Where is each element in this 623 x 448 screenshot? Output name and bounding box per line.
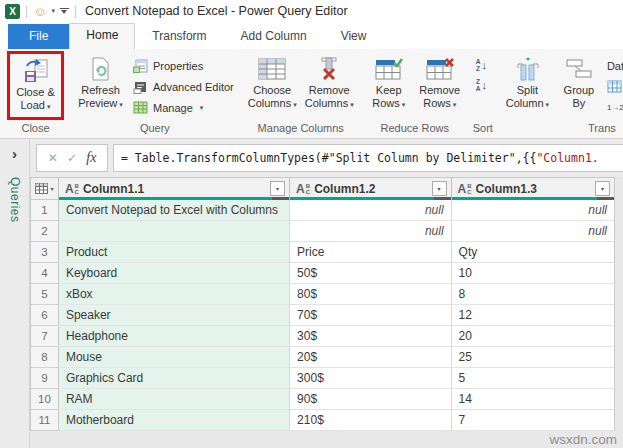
cell[interactable]: 5 (452, 368, 614, 389)
remove-columns-button[interactable]: Remove Columns▾ (301, 52, 358, 111)
text-type-icon: ABC (458, 182, 472, 196)
group-by-button[interactable]: Group By (555, 52, 603, 110)
keep-rows-button[interactable]: Keep Rows▾ (364, 52, 414, 111)
formula-accept-icon[interactable]: ✓ (67, 151, 77, 165)
titlebar-separator: | (74, 4, 77, 18)
formula-cancel-icon[interactable]: ✕ (48, 151, 58, 165)
row-number[interactable]: 1 (31, 200, 59, 221)
row-number[interactable]: 5 (31, 284, 59, 305)
manage-caret-icon: ▾ (200, 104, 204, 112)
column-filter-button[interactable]: ▾ (595, 181, 610, 196)
tab-home[interactable]: Home (69, 23, 135, 49)
replace-values-button[interactable]: 1→2 Re (603, 98, 623, 117)
column-filter-button[interactable]: ▾ (270, 181, 285, 196)
remove-rows-button[interactable]: Remove Rows▾ (414, 52, 466, 111)
cell[interactable]: Convert Notepad to Excel with Columns (59, 200, 290, 221)
refresh-preview-button[interactable]: Refresh Preview▾ (72, 52, 129, 111)
sort-descending-button[interactable]: ZA ↓ (476, 78, 487, 92)
cell[interactable]: Keyboard (59, 263, 290, 284)
table-row: 1 Convert Notepad to Excel with Columns … (31, 200, 614, 221)
advanced-editor-button[interactable]: Advanced Editor (129, 77, 238, 96)
cell[interactable]: 7 (452, 410, 614, 431)
select-all-button[interactable]: ▾ (31, 178, 59, 199)
cell[interactable]: null (290, 221, 451, 242)
remove-rows-label-line2: Rows (423, 97, 451, 109)
table-row: 9 Graphics Card 300$ 5 (31, 368, 614, 389)
remove-rows-label-line1: Remove (419, 84, 460, 97)
table-row: 7 Headphone 30$ 20 (31, 326, 614, 347)
expand-queries-chevron-icon[interactable]: › (12, 147, 17, 161)
manage-label: Manage (153, 102, 193, 114)
advanced-editor-icon (133, 80, 148, 94)
smiley-dropdown-caret-icon[interactable]: ▾ (51, 7, 55, 15)
formula-bar: ✕ ✓ fx = Table.TransformColumnTypes(#"Sp… (30, 139, 623, 177)
cell[interactable]: 90$ (290, 389, 451, 410)
column-header-column1-1[interactable]: ABC Column1.1 ▾ (59, 178, 290, 199)
ribbon-group-transform: Split Column▾ Group By (497, 49, 623, 138)
row-number[interactable]: 3 (31, 242, 59, 263)
cell[interactable]: 20$ (290, 347, 451, 368)
cell[interactable]: Mouse (59, 347, 290, 368)
cell[interactable]: Headphone (59, 326, 290, 347)
row-number[interactable]: 2 (31, 221, 59, 242)
cell[interactable]: 14 (452, 389, 614, 410)
tab-file[interactable]: File (8, 24, 69, 49)
row-number[interactable]: 7 (31, 326, 59, 347)
cell[interactable]: 10 (452, 263, 614, 284)
manage-button[interactable]: Manage ▾ (129, 98, 238, 117)
cell[interactable]: xBox (59, 284, 290, 305)
column-header-column1-2[interactable]: ABC Column1.2 ▾ (290, 178, 451, 199)
properties-button[interactable]: Properties (129, 56, 238, 75)
row-number[interactable]: 4 (31, 263, 59, 284)
cell[interactable]: null (290, 200, 451, 221)
query-small-buttons: Properties Advanced Editor (129, 52, 238, 117)
cell[interactable]: 80$ (290, 284, 451, 305)
tab-transform[interactable]: Transform (135, 24, 223, 49)
row-number[interactable]: 6 (31, 305, 59, 326)
row-number[interactable]: 10 (31, 389, 59, 410)
close-and-load-icon (22, 56, 50, 86)
sort-ascending-button[interactable]: AZ ↓ (476, 58, 487, 72)
data-type-button[interactable]: Data T (603, 56, 623, 75)
titlebar-separator: | (25, 4, 28, 18)
queries-pane-label[interactable]: Queries (8, 177, 22, 223)
row-number[interactable]: 8 (31, 347, 59, 368)
close-and-load-button[interactable]: Close & Load▾ (7, 51, 64, 120)
choose-columns-button[interactable]: Choose Columns▾ (244, 52, 301, 111)
column-filter-button[interactable]: ▾ (432, 181, 447, 196)
cell[interactable]: 70$ (290, 305, 451, 326)
use-first-row-as-headers-button[interactable]: Us (603, 77, 623, 96)
cell[interactable]: 12 (452, 305, 614, 326)
column-header-column1-3[interactable]: ABC Column1.3 ▾ (452, 178, 614, 199)
row-number[interactable]: 9 (31, 368, 59, 389)
cell[interactable]: null (452, 200, 614, 221)
cell[interactable]: Product (59, 242, 290, 263)
cell[interactable] (59, 221, 290, 242)
refresh-preview-caret-icon: ▾ (119, 101, 123, 108)
cell[interactable]: 25 (452, 347, 614, 368)
smiley-icon[interactable]: ☺ (33, 5, 46, 18)
tab-add-column[interactable]: Add Column (224, 24, 324, 49)
cell[interactable]: 300$ (290, 368, 451, 389)
cell[interactable]: 20 (452, 326, 614, 347)
cell[interactable]: Qty (452, 242, 614, 263)
group-label-close: Close (2, 122, 69, 138)
cell[interactable]: null (452, 221, 614, 242)
cell[interactable]: Graphics Card (59, 368, 290, 389)
cell[interactable]: 50$ (290, 263, 451, 284)
formula-actions: ✕ ✓ fx (36, 144, 108, 172)
cell[interactable]: Motherboard (59, 410, 290, 431)
properties-label: Properties (153, 60, 203, 72)
remove-columns-icon (314, 54, 344, 84)
cell[interactable]: RAM (59, 389, 290, 410)
split-column-button[interactable]: Split Column▾ (500, 52, 555, 111)
cell[interactable]: Speaker (59, 305, 290, 326)
tab-view[interactable]: View (324, 24, 384, 49)
quick-access-toolbar-icon[interactable] (60, 8, 69, 15)
cell[interactable]: 8 (452, 284, 614, 305)
cell[interactable]: 30$ (290, 326, 451, 347)
cell[interactable]: Price (290, 242, 451, 263)
cell[interactable]: 210$ (290, 410, 451, 431)
row-number[interactable]: 11 (31, 410, 59, 431)
formula-input[interactable]: = Table.TransformColumnTypes(#"Split Col… (113, 144, 623, 172)
